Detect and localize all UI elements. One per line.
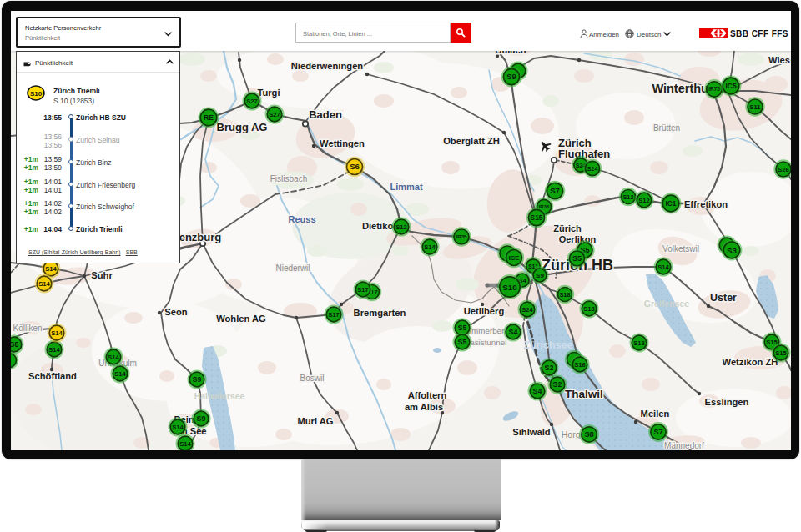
- svg-text:Schöftland: Schöftland: [28, 371, 77, 381]
- svg-text:S18: S18: [633, 339, 645, 347]
- svg-text:S26: S26: [778, 166, 790, 173]
- svg-text:S12: S12: [395, 223, 407, 231]
- svg-text:S14: S14: [45, 265, 57, 273]
- svg-text:Volketswil: Volketswil: [662, 244, 699, 253]
- svg-text:Wies: Wies: [768, 55, 790, 65]
- svg-text:S8: S8: [584, 430, 593, 439]
- svg-text:S14: S14: [48, 346, 60, 354]
- svg-text:S16: S16: [574, 361, 586, 369]
- svg-text:Wetzikon ZH: Wetzikon ZH: [723, 357, 778, 367]
- svg-text:S5: S5: [458, 324, 467, 332]
- svg-text:Meilen: Meilen: [641, 409, 670, 419]
- svg-text:Niederwil: Niederwil: [275, 263, 310, 273]
- svg-text:Effretikon: Effretikon: [684, 199, 728, 209]
- svg-text:S27: S27: [246, 98, 258, 105]
- svg-text:S6: S6: [350, 162, 360, 171]
- svg-text:S2: S2: [553, 380, 562, 389]
- svg-text:Bülach: Bülach: [495, 51, 526, 55]
- svg-text:S17: S17: [357, 286, 369, 294]
- svg-text:Wohlen AG: Wohlen AG: [216, 314, 266, 324]
- svg-text:S2: S2: [545, 364, 554, 372]
- svg-text:S11: S11: [749, 103, 761, 111]
- svg-text:S14: S14: [424, 243, 436, 251]
- svg-text:Zürichsee: Zürichsee: [523, 339, 572, 351]
- svg-text:S14: S14: [108, 354, 119, 361]
- svg-text:IR75: IR75: [708, 86, 720, 92]
- svg-text:Muri AG: Muri AG: [297, 416, 333, 426]
- svg-text:RE: RE: [204, 113, 214, 122]
- svg-text:S14: S14: [657, 263, 669, 271]
- svg-text:S5: S5: [572, 254, 582, 263]
- svg-text:Thalwil: Thalwil: [565, 388, 603, 400]
- svg-text:Brugg AG: Brugg AG: [217, 121, 268, 133]
- svg-text:Brütten: Brütten: [653, 123, 680, 133]
- svg-text:Limmat: Limmat: [390, 182, 422, 192]
- svg-text:S7: S7: [550, 186, 560, 195]
- svg-text:Turgi: Turgi: [257, 88, 280, 98]
- svg-text:S12: S12: [638, 197, 650, 204]
- svg-text:S15: S15: [531, 213, 543, 222]
- svg-text:S12: S12: [623, 193, 634, 201]
- svg-text:S7: S7: [653, 428, 662, 436]
- svg-text:IC1: IC1: [665, 199, 676, 208]
- svg-text:S3: S3: [727, 246, 738, 255]
- svg-text:S4: S4: [509, 328, 518, 336]
- svg-text:S17: S17: [328, 311, 340, 319]
- svg-text:am Albis: am Albis: [405, 402, 443, 412]
- svg-text:S9: S9: [536, 272, 544, 279]
- svg-text:S9: S9: [193, 375, 202, 384]
- svg-text:S14: S14: [172, 424, 184, 431]
- svg-text:Baden: Baden: [309, 108, 342, 121]
- svg-text:Seon: Seon: [164, 307, 188, 317]
- svg-text:S27: S27: [269, 111, 280, 118]
- svg-text:S4: S4: [533, 387, 542, 395]
- svg-text:Esslingen: Esslingen: [705, 397, 749, 407]
- svg-text:S18: S18: [560, 291, 571, 299]
- svg-text:S24: S24: [587, 165, 598, 173]
- svg-text:S24: S24: [521, 306, 533, 314]
- svg-text:S5: S5: [458, 338, 467, 346]
- svg-text:S14: S14: [114, 370, 126, 378]
- svg-text:IC5: IC5: [725, 82, 737, 90]
- svg-text:S9: S9: [506, 72, 516, 81]
- svg-text:Suhr: Suhr: [91, 270, 113, 280]
- svg-text:Reuss: Reuss: [288, 214, 315, 224]
- svg-text:Niederweningen: Niederweningen: [291, 61, 364, 71]
- svg-text:S14: S14: [38, 280, 50, 288]
- svg-text:Uster: Uster: [710, 292, 737, 304]
- svg-text:S10: S10: [30, 90, 43, 98]
- svg-text:Boswil: Boswil: [300, 374, 325, 383]
- svg-text:S10: S10: [502, 283, 517, 292]
- svg-text:S8: S8: [11, 340, 18, 349]
- svg-text:Greifensee: Greifensee: [644, 299, 689, 309]
- svg-text:ICE: ICE: [509, 254, 520, 262]
- svg-text:S14: S14: [179, 440, 191, 448]
- svg-text:Männedorf: Männedorf: [664, 441, 704, 450]
- svg-text:IR35: IR35: [456, 233, 467, 239]
- svg-text:S14: S14: [51, 329, 63, 337]
- svg-text:S9: S9: [197, 414, 206, 423]
- svg-text:Winterthur: Winterthur: [652, 82, 713, 95]
- svg-text:Uetliberg: Uetliberg: [464, 306, 505, 316]
- svg-text:Hallwilersee: Hallwilersee: [194, 391, 245, 401]
- svg-text:Bremgarten: Bremgarten: [354, 308, 406, 318]
- svg-text:S18: S18: [583, 305, 595, 313]
- svg-text:Zürich: Zürich: [553, 223, 582, 233]
- svg-text:Kölliken: Kölliken: [13, 324, 42, 333]
- svg-text:Oberglatt ZH: Oberglatt ZH: [443, 136, 500, 146]
- svg-text:Sihlwald: Sihlwald: [512, 427, 551, 437]
- svg-text:Wettingen: Wettingen: [320, 138, 365, 148]
- svg-text:Fislisbach: Fislisbach: [270, 174, 307, 183]
- svg-text:Affoltern: Affoltern: [408, 390, 447, 400]
- svg-text:S15: S15: [775, 349, 787, 357]
